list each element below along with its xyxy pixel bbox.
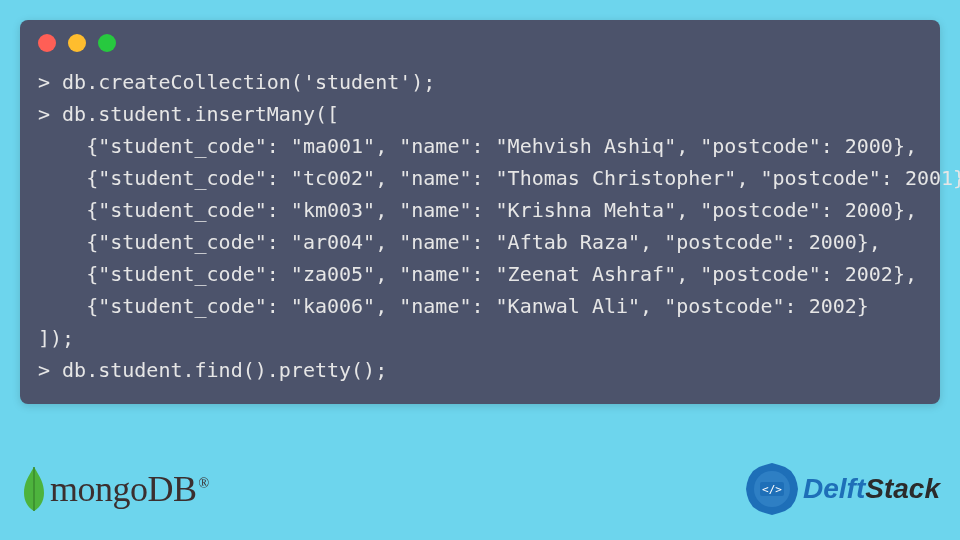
code-line: ]); xyxy=(38,322,922,354)
leaf-icon xyxy=(20,465,48,513)
code-line: {"student_code": "ma001", "name": "Mehvi… xyxy=(38,130,922,162)
code-line: {"student_code": "km003", "name": "Krish… xyxy=(38,194,922,226)
code-terminal: > db.createCollection('student');> db.st… xyxy=(20,20,940,404)
code-line: > db.student.insertMany([ xyxy=(38,98,922,130)
code-line: {"student_code": "ka006", "name": "Kanwa… xyxy=(38,290,922,322)
close-icon xyxy=(38,34,56,52)
mongodb-logo: mongoDB® xyxy=(20,465,209,513)
gear-badge-icon: </> xyxy=(745,462,799,516)
code-line: {"student_code": "ar004", "name": "Aftab… xyxy=(38,226,922,258)
minimize-icon xyxy=(68,34,86,52)
delftstack-logo: </> DelftStack xyxy=(745,462,940,516)
mongodb-text: mongoDB® xyxy=(50,468,209,510)
code-line: {"student_code": "tc002", "name": "Thoma… xyxy=(38,162,922,194)
svg-text:</>: </> xyxy=(762,483,782,496)
code-line: > db.student.find().pretty(); xyxy=(38,354,922,386)
code-line: > db.createCollection('student'); xyxy=(38,66,922,98)
footer: mongoDB® </> DelftStack xyxy=(20,462,940,516)
code-line: {"student_code": "za005", "name": "Zeena… xyxy=(38,258,922,290)
window-controls xyxy=(38,34,922,52)
maximize-icon xyxy=(98,34,116,52)
code-content: > db.createCollection('student');> db.st… xyxy=(38,66,922,386)
delftstack-text: DelftStack xyxy=(803,473,940,505)
